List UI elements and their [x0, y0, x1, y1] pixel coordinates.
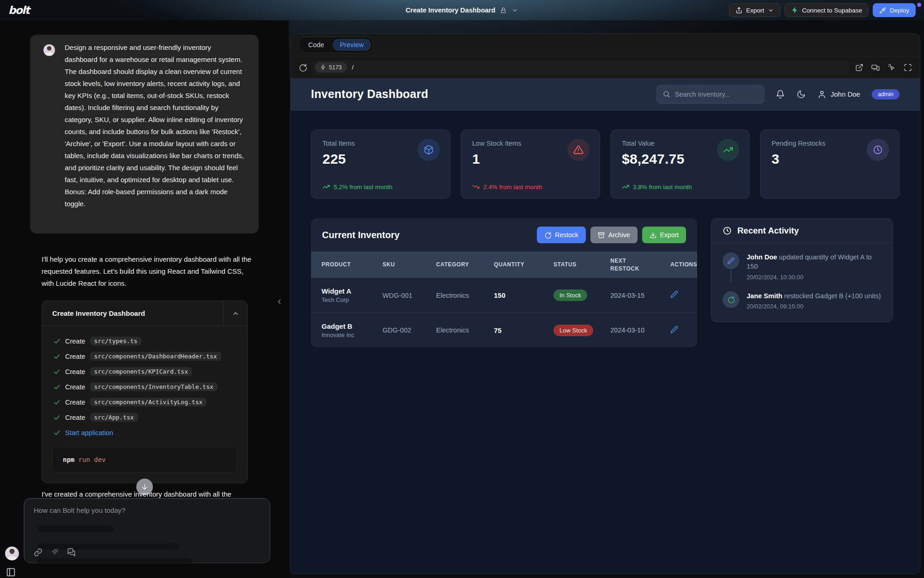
user-icon — [817, 90, 827, 99]
refresh-icon — [544, 232, 551, 239]
collapse-chat-button[interactable] — [275, 298, 283, 306]
file-path[interactable]: src/components/KPICard.tsx — [90, 367, 193, 376]
user-avatar — [43, 44, 55, 56]
cell-category: Electronics — [436, 292, 494, 299]
inspect-cursor-icon[interactable] — [888, 63, 896, 72]
artifact-step: Create src/components/KPICard.tsx — [53, 364, 238, 379]
tab-preview[interactable]: Preview — [333, 39, 371, 51]
restock-button[interactable]: Restock — [537, 227, 586, 243]
account-avatar[interactable] — [5, 547, 19, 560]
activity-title: Recent Activity — [737, 226, 799, 236]
product-name: Widget A — [322, 287, 383, 295]
deploy-button[interactable]: Deploy — [873, 3, 916, 17]
cell-sku: GDG-002 — [383, 326, 436, 334]
notifications-bell-icon[interactable] — [776, 90, 785, 99]
attach-link-icon[interactable] — [34, 548, 43, 557]
rocket-icon — [879, 7, 886, 14]
terminal-command: npm run dev — [52, 447, 237, 473]
chat-input-box[interactable] — [24, 498, 270, 563]
download-icon — [650, 232, 657, 239]
user-message: Design a responsive and user-friendly in… — [30, 35, 259, 234]
check-icon — [53, 399, 61, 406]
col-product: PRODUCT — [322, 261, 383, 269]
artifact-step: Create src/types.ts — [53, 333, 238, 349]
file-path[interactable]: src/components/ActivityLog.tsx — [90, 398, 207, 406]
clock-icon — [723, 226, 732, 235]
kpi-card-pending-restocks: Pending Restocks 3 — [760, 129, 900, 199]
table-row[interactable]: Widget A Tech Corp WDG-001 Electronics 1… — [311, 278, 697, 313]
port-number: 5173 — [329, 64, 342, 71]
file-path[interactable]: src/components/DashboardHeader.tsx — [90, 352, 221, 361]
user-menu[interactable]: John Doe — [817, 90, 860, 99]
inventory-title: Current Inventory — [322, 230, 400, 240]
address-bar[interactable]: 5173 / — [313, 60, 849, 74]
deploy-label: Deploy — [890, 7, 909, 14]
export-csv-button[interactable]: Export — [642, 227, 686, 243]
col-quantity: QUANTITY — [494, 261, 553, 269]
col-actions: ACTIONS — [670, 261, 697, 269]
product-supplier: Innovate Inc — [322, 332, 383, 338]
tab-code[interactable]: Code — [301, 39, 332, 51]
cell-quantity[interactable]: 150 — [494, 291, 553, 299]
file-path[interactable]: src/App.tsx — [90, 413, 138, 422]
assistant-message-text: I'll help you create a comprehensive inv… — [42, 253, 255, 289]
file-path[interactable]: src/types.ts — [90, 337, 142, 345]
kpi-card-total-value: Total Value $8,247.75 3.8% from last mon… — [610, 129, 750, 199]
chevron-down-icon[interactable] — [511, 7, 518, 14]
edit-row-button[interactable] — [670, 326, 678, 333]
edit-row-button[interactable] — [670, 290, 678, 298]
step-action: Create — [65, 338, 85, 345]
blurred-message-remnant — [37, 558, 192, 564]
port-pill[interactable]: 5173 — [315, 62, 347, 73]
dark-mode-toggle-icon[interactable] — [796, 90, 806, 99]
share-icon — [736, 7, 742, 14]
start-application-link[interactable]: Start application — [65, 429, 113, 437]
open-external-icon[interactable] — [855, 63, 863, 72]
collapse-artifact-button[interactable] — [223, 301, 247, 326]
step-action: Create — [65, 383, 85, 391]
sidebar-toggle-icon[interactable] — [6, 567, 16, 577]
supabase-label: Connect to Supabase — [802, 7, 862, 14]
chevron-down-icon — [768, 7, 774, 13]
archive-button[interactable]: Archive — [590, 227, 638, 243]
activity-item: Jane Smith restocked Gadget B (+100 unit… — [723, 291, 881, 310]
search-icon — [663, 90, 670, 98]
status-badge: Low Stock — [553, 325, 593, 336]
notification-dot — [917, 3, 921, 7]
export-label: Export — [746, 7, 764, 14]
export-button[interactable]: Export — [729, 3, 780, 17]
search-input[interactable] — [675, 91, 758, 98]
connect-supabase-button[interactable]: Connect to Supabase — [784, 3, 869, 17]
check-icon — [53, 414, 61, 421]
activity-item: John Doe updated quantity of Widget A to… — [723, 252, 881, 281]
preview-viewport: Inventory Dashboard John Doe admin To — [291, 78, 920, 574]
start-application-step: Start application — [53, 425, 238, 440]
enhance-prompt-icon[interactable] — [50, 548, 59, 557]
step-action: Create — [65, 368, 85, 375]
bolt-logo[interactable]: bolt — [8, 4, 29, 16]
file-path[interactable]: src/components/InventoryTable.tsx — [90, 382, 218, 391]
artifact-title: Create Inventory Dashboard — [42, 301, 223, 326]
pencil-icon — [723, 252, 739, 269]
zap-icon — [320, 64, 326, 70]
table-row[interactable]: Gadget B Innovate Inc GDG-002 Electronic… — [311, 313, 697, 347]
col-status: STATUS — [553, 261, 610, 269]
chat-input[interactable] — [34, 506, 262, 542]
cell-next-restock: 2024-03-15 — [610, 292, 670, 299]
inventory-search[interactable] — [657, 85, 764, 104]
fullscreen-icon[interactable] — [904, 63, 912, 72]
project-title-menu[interactable]: Create Inventory Dashboard — [406, 0, 518, 20]
package-icon — [418, 139, 440, 161]
responsive-devices-icon[interactable] — [871, 63, 880, 72]
cell-quantity[interactable]: 75 — [494, 326, 553, 334]
kpi-change: 2.4% from last month — [472, 183, 542, 191]
command-args: run dev — [79, 456, 106, 463]
browser-toolbar: 5173 / — [291, 56, 920, 78]
lock-icon — [500, 7, 507, 14]
chat-panel: Design a responsive and user-friendly in… — [0, 20, 289, 578]
chat-mode-icon[interactable] — [67, 548, 76, 557]
kpi-change: 5.2% from last month — [322, 183, 393, 191]
kpi-row: Total Items 225 5.2% from last month Low… — [311, 129, 900, 199]
reload-icon[interactable] — [298, 63, 307, 72]
user-message-text: Design a responsive and user-friendly in… — [65, 42, 245, 210]
